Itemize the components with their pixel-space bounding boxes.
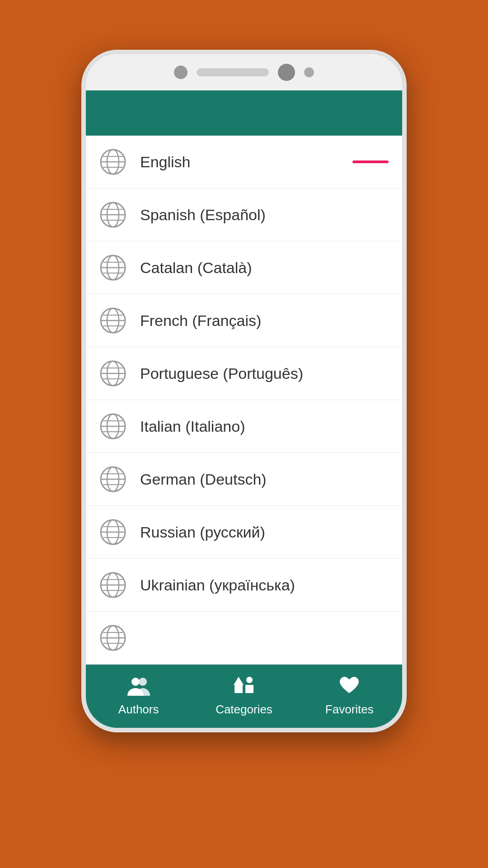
language-item-russian[interactable]: Russian (русский) bbox=[86, 506, 402, 559]
app-content: English Spanish (Español) Catalan (Catal… bbox=[86, 90, 402, 728]
authors-label: Authors bbox=[118, 703, 159, 717]
authors-icon bbox=[127, 676, 150, 699]
categories-label: Categories bbox=[216, 703, 272, 717]
top-header bbox=[0, 0, 488, 50]
language-name-ukrainian: Ukrainian (українська) bbox=[140, 576, 389, 594]
language-name-french: French (Français) bbox=[140, 312, 389, 330]
language-item-english[interactable]: English bbox=[86, 136, 402, 189]
language-item-portuguese[interactable]: Portuguese (Português) bbox=[86, 347, 402, 400]
svg-rect-53 bbox=[245, 685, 253, 693]
globe-icon-spanish bbox=[99, 201, 127, 228]
language-name-spanish: Spanish (Español) bbox=[140, 206, 389, 224]
language-item-partial[interactable] bbox=[86, 612, 402, 665]
globe-icon-partial bbox=[99, 624, 127, 651]
phone-outer: English Spanish (Español) Catalan (Catal… bbox=[81, 50, 407, 732]
svg-marker-54 bbox=[234, 677, 244, 685]
language-name-catalan: Catalan (Català) bbox=[140, 259, 389, 277]
language-name-italian: Italian (Italiano) bbox=[140, 418, 389, 435]
language-item-ukrainian[interactable]: Ukrainian (українська) bbox=[86, 559, 402, 612]
phone-notch bbox=[86, 54, 402, 90]
globe-icon-portuguese bbox=[99, 360, 127, 387]
globe-icon-german bbox=[99, 466, 127, 493]
language-name-russian: Russian (русский) bbox=[140, 524, 389, 541]
nav-item-favorites[interactable]: Favorites bbox=[297, 676, 402, 717]
categories-icon bbox=[233, 676, 255, 699]
language-item-italian[interactable]: Italian (Italiano) bbox=[86, 400, 402, 453]
bottom-nav: Authors Categories Favorites bbox=[86, 665, 402, 728]
nav-item-categories[interactable]: Categories bbox=[191, 676, 296, 717]
svg-rect-52 bbox=[235, 685, 243, 693]
svg-rect-55 bbox=[246, 677, 253, 683]
language-item-spanish[interactable]: Spanish (Español) bbox=[86, 189, 402, 241]
language-list[interactable]: English Spanish (Español) Catalan (Catal… bbox=[86, 136, 402, 665]
nav-item-authors[interactable]: Authors bbox=[86, 676, 191, 717]
globe-icon-english bbox=[99, 148, 127, 175]
svg-point-50 bbox=[131, 678, 140, 686]
favorites-icon bbox=[338, 676, 361, 699]
phone-mockup: English Spanish (Español) Catalan (Catal… bbox=[81, 50, 407, 868]
language-name-english: English bbox=[140, 153, 352, 171]
language-item-catalan[interactable]: Catalan (Català) bbox=[86, 241, 402, 294]
globe-icon-french bbox=[99, 307, 127, 334]
second-camera bbox=[278, 64, 295, 81]
front-camera bbox=[174, 66, 188, 79]
globe-icon-catalan bbox=[99, 254, 127, 281]
globe-icon-ukrainian bbox=[99, 571, 127, 599]
selected-indicator bbox=[352, 160, 389, 163]
language-item-french[interactable]: French (Français) bbox=[86, 294, 402, 347]
language-name-german: German (Deutsch) bbox=[140, 471, 389, 488]
language-name-portuguese: Portuguese (Português) bbox=[140, 365, 389, 382]
favorites-label: Favorites bbox=[325, 703, 374, 717]
phone-speaker bbox=[197, 68, 269, 76]
app-toolbar bbox=[86, 90, 402, 136]
phone-sensor bbox=[304, 67, 314, 77]
language-item-german[interactable]: German (Deutsch) bbox=[86, 453, 402, 506]
svg-point-51 bbox=[139, 678, 147, 686]
globe-icon-italian bbox=[99, 413, 127, 440]
globe-icon-russian bbox=[99, 519, 127, 546]
